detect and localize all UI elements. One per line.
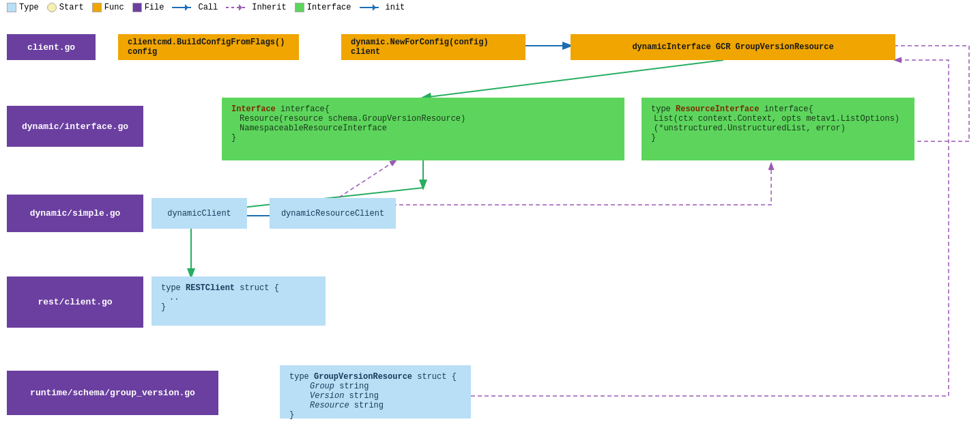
start-legend-box <box>47 3 57 12</box>
interface-legend-label: Interface <box>307 3 351 12</box>
type-node-rest-client: type RESTClient struct { .. } <box>152 276 326 326</box>
diagram-container: Type Start Func File Call <box>0 0 980 426</box>
interface-node-resource-interface: type ResourceInterface interface{ List(c… <box>642 98 914 160</box>
legend: Type Start Func File Call <box>7 3 405 12</box>
func-legend-label: Func <box>104 3 124 12</box>
legend-init: init <box>360 3 405 12</box>
legend-interface: Interface <box>295 3 351 12</box>
type-node-group-version-resource: type GroupVersionResource struct { Group… <box>280 365 471 418</box>
file-node-dynamic-interface-go: dynamic/interface.go <box>7 106 143 147</box>
func-node-build-config: clientcmd.BuildConfigFromFlags() config <box>118 34 299 60</box>
type-legend-label: Type <box>19 3 39 12</box>
legend-start: Start <box>47 3 84 12</box>
legend-inherit: Inherit <box>226 3 286 12</box>
call-legend-label: Call <box>198 3 218 12</box>
svg-line-1 <box>423 60 723 98</box>
type-legend-box <box>7 3 16 12</box>
func-node-dynamic-interface: dynamicInterface GCR GroupVersionResourc… <box>571 34 895 60</box>
legend-call: Call <box>172 3 218 12</box>
type-node-dynamic-client: dynamicClient <box>152 198 247 229</box>
func-legend-box <box>92 3 102 12</box>
file-legend-box <box>132 3 142 12</box>
file-node-runtime-schema-go: runtime/schema/group_version.go <box>7 371 218 415</box>
legend-type: Type <box>7 3 39 12</box>
file-node-rest-client-go: rest/client.go <box>7 276 143 328</box>
interface-node-interface: Interface interface{ Resource(resource s… <box>222 98 624 160</box>
file-legend-label: File <box>145 3 164 12</box>
file-node-client-go: client.go <box>7 34 96 60</box>
legend-file: File <box>132 3 164 12</box>
interface-legend-box <box>295 3 304 12</box>
init-legend-label: init <box>386 3 405 12</box>
func-node-new-for-config: dynamic.NewForConfig(config) client <box>341 34 525 60</box>
legend-func: Func <box>92 3 124 12</box>
file-node-dynamic-simple-go: dynamic/simple.go <box>7 195 143 232</box>
type-node-dynamic-resource-client: dynamicResourceClient <box>270 198 396 229</box>
inherit-legend-label: Inherit <box>252 3 286 12</box>
start-legend-label: Start <box>59 3 84 12</box>
arrows-svg <box>0 0 980 426</box>
